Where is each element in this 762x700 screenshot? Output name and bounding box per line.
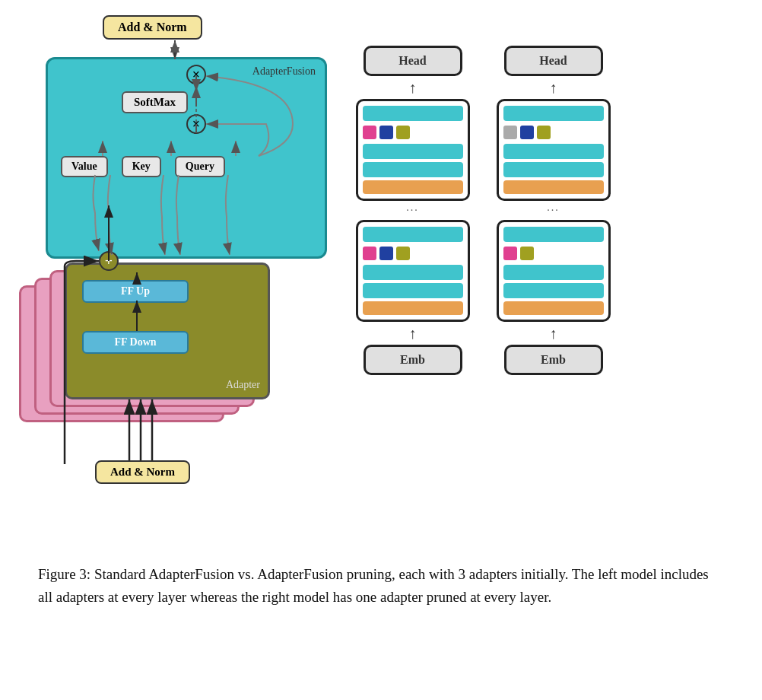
up-arrow-4: ↑ <box>550 326 557 341</box>
teal-row-r5 <box>503 265 604 280</box>
head-label-left: Head <box>370 52 456 69</box>
dot-pink-1 <box>363 126 376 139</box>
lower-layer-right <box>497 220 611 322</box>
orange-row-r2 <box>503 301 604 315</box>
add-norm-top: Add & Norm <box>103 15 202 40</box>
ff-down-box: FF Down <box>82 331 189 354</box>
head-block-right: Head <box>504 46 603 76</box>
caption-text: Figure 3: Standard AdapterFusion vs. Ada… <box>38 566 709 605</box>
ff-up-box: FF Up <box>82 280 189 303</box>
dots-row-1 <box>363 124 463 141</box>
key-box: Key <box>122 156 161 177</box>
orange-row-1 <box>363 180 463 194</box>
head-block-left: Head <box>364 46 462 76</box>
arrow-connector-2: ↑ <box>409 322 417 345</box>
dot-gray-1 <box>503 126 517 139</box>
orange-row-2 <box>363 301 463 315</box>
teal-row-5 <box>363 265 463 280</box>
teal-row-r6 <box>503 283 604 298</box>
dot-blue-1 <box>379 126 393 139</box>
teal-row-r3 <box>503 162 604 177</box>
dots-row-r1 <box>503 124 604 141</box>
emb-block-right: Emb <box>504 345 603 375</box>
right-diagrams: Head ↑ ··· <box>350 46 616 375</box>
up-arrow-3: ↑ <box>550 80 557 95</box>
value-box: Value <box>61 156 108 177</box>
teal-row-3 <box>363 162 463 177</box>
dots-row-r2 <box>503 245 604 262</box>
plus-symbol: + <box>99 251 119 271</box>
teal-row-1 <box>363 106 463 121</box>
diagram-area: Add & Norm AdapterFusion SoftMax Value K… <box>23 15 739 533</box>
main-container: Add & Norm AdapterFusion SoftMax Value K… <box>0 0 762 625</box>
lower-layer-left <box>356 220 470 322</box>
upper-layer-right <box>497 99 611 201</box>
dot-olive-1 <box>396 126 410 139</box>
orange-row-r1 <box>503 180 604 194</box>
figure-caption: Figure 3: Standard AdapterFusion vs. Ada… <box>23 563 739 609</box>
softmax-box: SoftMax <box>122 91 188 113</box>
up-arrow-2: ↑ <box>409 326 417 341</box>
arrow-connector-4: ↑ <box>550 322 557 345</box>
vkq-row: Value Key Query <box>61 156 225 177</box>
adapter-label: Adapter <box>226 379 260 391</box>
dot-blue-r1 <box>520 126 534 139</box>
multiply-mid: × <box>186 114 206 134</box>
teal-row-r2 <box>503 144 604 159</box>
teal-row-r1 <box>503 106 604 121</box>
teal-row-r4 <box>503 227 604 242</box>
dot-blue-2 <box>379 247 393 260</box>
dots-row-2 <box>363 245 463 262</box>
dot-olive-2 <box>396 247 410 260</box>
arrow-connector-3: ↑ <box>550 76 557 99</box>
teal-row-2 <box>363 144 463 159</box>
emb-label-right: Emb <box>511 352 596 368</box>
emb-block-left: Emb <box>364 345 462 375</box>
teal-row-6 <box>363 283 463 298</box>
emb-label-left: Emb <box>370 352 456 368</box>
adapter-fusion-label: AdapterFusion <box>252 65 316 78</box>
teal-row-4 <box>363 227 463 242</box>
left-diagram: Add & Norm AdapterFusion SoftMax Value K… <box>23 15 335 533</box>
up-arrow-1: ↑ <box>409 80 417 95</box>
multiply-top: × <box>186 65 206 84</box>
left-model-column: Head ↑ ··· <box>350 46 475 375</box>
dot-olive-r1 <box>537 126 551 139</box>
query-box: Query <box>175 156 225 177</box>
dot-pink-r1 <box>503 247 517 260</box>
dots-connector-1: ··· <box>406 201 419 220</box>
dot-olive-r2 <box>520 247 534 260</box>
arrow-connector-1: ↑ <box>409 76 417 99</box>
add-norm-bottom: Add & Norm <box>95 460 190 484</box>
dot-pink-2 <box>363 247 376 260</box>
head-label-right: Head <box>511 52 596 69</box>
right-model-column: Head ↑ ··· <box>491 46 616 375</box>
dots-connector-2: ··· <box>547 201 560 220</box>
upper-layer-left <box>356 99 470 201</box>
